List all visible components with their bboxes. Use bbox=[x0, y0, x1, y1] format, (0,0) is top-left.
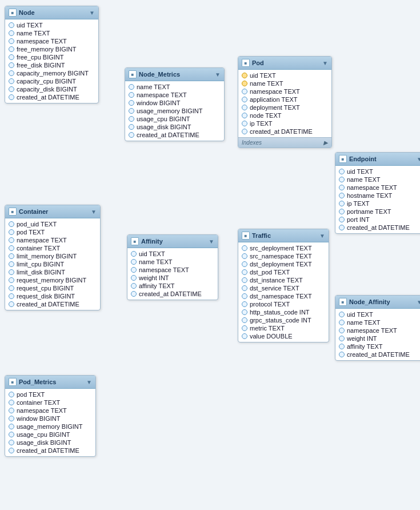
field-icon bbox=[339, 336, 345, 341]
table-row: affinity TEXT bbox=[127, 282, 218, 290]
table-row: created_at DATETIME bbox=[127, 290, 218, 298]
field-name: usage_disk BIGINT bbox=[137, 123, 191, 130]
field-icon bbox=[9, 400, 14, 405]
chevron-down-icon[interactable]: ▼ bbox=[322, 60, 328, 66]
field-name: src_namespace TEXT bbox=[250, 253, 312, 260]
table-header-affinity[interactable]: ■Affinity▼ bbox=[127, 235, 218, 248]
field-name: ip TEXT bbox=[250, 120, 273, 127]
field-icon bbox=[242, 301, 247, 307]
table-row: uid TEXT bbox=[127, 250, 218, 258]
chevron-down-icon[interactable]: ▼ bbox=[319, 233, 325, 239]
table-row: protocol TEXT bbox=[238, 300, 329, 308]
table-traffic: ■Traffic▼src_deployment TEXTsrc_namespac… bbox=[238, 229, 329, 342]
field-icon bbox=[339, 201, 345, 206]
field-name: dst_deployment TEXT bbox=[250, 261, 312, 268]
chevron-down-icon[interactable]: ▼ bbox=[417, 299, 420, 305]
field-icon bbox=[9, 54, 14, 60]
table-body-endpoint: uid TEXTname TEXTnamespace TEXThostname … bbox=[335, 166, 420, 233]
field-icon bbox=[9, 285, 14, 291]
table-row: capacity_disk BIGINT bbox=[5, 85, 98, 93]
field-name: window BIGINT bbox=[17, 415, 60, 422]
table-row: uid TEXT bbox=[238, 71, 331, 79]
table-title: Traffic bbox=[252, 232, 271, 239]
table-body-container: pod_uid TEXTpod TEXTnamespace TEXTcontai… bbox=[5, 218, 100, 310]
field-name: pod TEXT bbox=[17, 391, 45, 398]
table-endpoint: ■Endpoint▼uid TEXTname TEXTnamespace TEX… bbox=[335, 152, 420, 234]
field-icon bbox=[339, 185, 345, 190]
table-row: limit_cpu BIGINT bbox=[5, 260, 100, 268]
table-row: created_at DATETIME bbox=[5, 300, 100, 308]
chevron-down-icon[interactable]: ▼ bbox=[91, 209, 97, 215]
table-row: created_at DATETIME bbox=[335, 224, 420, 232]
indexes-bar[interactable]: Indexes▶ bbox=[238, 137, 331, 148]
field-name: name TEXT bbox=[347, 319, 381, 326]
table-header-endpoint[interactable]: ■Endpoint▼ bbox=[335, 153, 420, 166]
field-name: usage_memory BIGINT bbox=[137, 107, 203, 114]
field-icon bbox=[242, 261, 247, 267]
table-header-container[interactable]: ■Container▼ bbox=[5, 205, 100, 218]
table-row: namespace TEXT bbox=[335, 326, 420, 334]
field-name: deployment TEXT bbox=[250, 104, 300, 111]
table-row: dst_namespace TEXT bbox=[238, 292, 329, 300]
field-icon bbox=[129, 124, 134, 130]
field-name: metric TEXT bbox=[250, 325, 285, 332]
table-icon: ■ bbox=[242, 232, 250, 240]
field-icon bbox=[131, 259, 137, 265]
field-icon bbox=[131, 283, 137, 289]
field-icon bbox=[9, 62, 14, 68]
field-name: free_memory BIGINT bbox=[17, 46, 77, 53]
field-icon bbox=[9, 440, 14, 445]
field-name: request_cpu BIGINT bbox=[17, 285, 74, 292]
table-header-pod[interactable]: ■Pod▼ bbox=[238, 57, 331, 70]
field-icon bbox=[339, 344, 345, 349]
field-icon bbox=[129, 84, 134, 90]
field-name: dst_pod TEXT bbox=[250, 269, 290, 276]
table-row: http_status_code INT bbox=[238, 308, 329, 316]
field-name: weight INT bbox=[347, 335, 377, 342]
field-name: uid TEXT bbox=[347, 168, 373, 175]
field-name: namespace TEXT bbox=[139, 266, 189, 273]
canvas: ■Node▼uid TEXTname TEXTnamespace TEXTfre… bbox=[0, 0, 420, 510]
table-row: name TEXT bbox=[125, 83, 224, 91]
table-title: Affinity bbox=[141, 238, 163, 245]
field-icon bbox=[9, 237, 14, 243]
field-name: hostname TEXT bbox=[347, 192, 392, 199]
field-icon bbox=[242, 121, 247, 126]
field-icon bbox=[339, 193, 345, 198]
table-row: value DOUBLE bbox=[238, 332, 329, 340]
chevron-down-icon[interactable]: ▼ bbox=[417, 156, 420, 162]
field-name: window BIGINT bbox=[137, 99, 180, 106]
chevron-down-icon[interactable]: ▼ bbox=[89, 10, 95, 16]
table-icon: ■ bbox=[339, 155, 347, 163]
table-title: Container bbox=[19, 208, 48, 215]
table-header-node_affinity[interactable]: ■Node_Affinity▼ bbox=[335, 296, 420, 309]
field-icon bbox=[9, 46, 14, 52]
field-icon bbox=[339, 169, 345, 174]
field-name: dst_service TEXT bbox=[250, 285, 299, 292]
field-icon bbox=[9, 38, 14, 44]
field-name: dst_instance TEXT bbox=[250, 277, 303, 284]
table-row: name TEXT bbox=[238, 79, 331, 87]
table-row: created_at DATETIME bbox=[335, 350, 420, 358]
table-row: namespace TEXT bbox=[5, 236, 100, 244]
field-icon bbox=[131, 267, 137, 273]
table-row: created_at DATETIME bbox=[5, 93, 98, 101]
chevron-down-icon[interactable]: ▼ bbox=[209, 238, 214, 245]
table-row: application TEXT bbox=[238, 95, 331, 103]
table-row: uid TEXT bbox=[5, 21, 98, 29]
field-name: grpc_status_code INT bbox=[250, 317, 311, 324]
field-name: limit_disk BIGINT bbox=[17, 269, 65, 276]
table-header-traffic[interactable]: ■Traffic▼ bbox=[238, 229, 329, 242]
chevron-down-icon[interactable]: ▼ bbox=[86, 379, 92, 385]
field-icon bbox=[9, 253, 14, 259]
field-icon bbox=[339, 312, 345, 317]
table-body-traffic: src_deployment TEXTsrc_namespace TEXTdst… bbox=[238, 242, 329, 342]
table-header-node[interactable]: ■Node▼ bbox=[5, 6, 98, 19]
table-header-pod_metrics[interactable]: ■Pod_Metrics▼ bbox=[5, 376, 95, 389]
field-icon bbox=[339, 320, 345, 325]
field-icon bbox=[9, 416, 14, 421]
field-name: uid TEXT bbox=[347, 311, 373, 318]
chevron-down-icon[interactable]: ▼ bbox=[215, 71, 221, 78]
table-row: dst_pod TEXT bbox=[238, 268, 329, 276]
table-header-node_metrics[interactable]: ■Node_Metrics▼ bbox=[125, 68, 224, 81]
